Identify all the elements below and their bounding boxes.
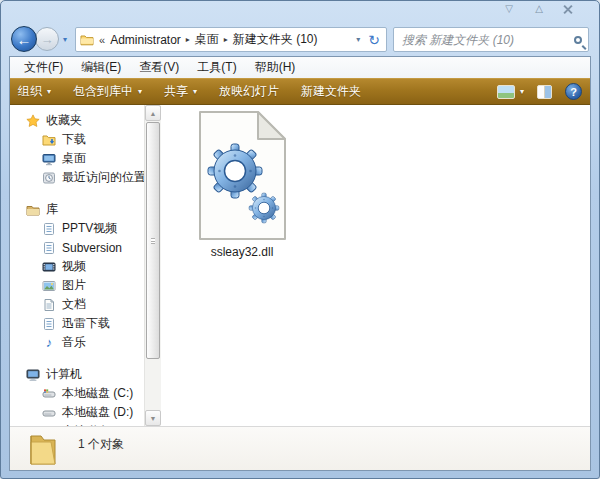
navigation-pane: 收藏夹 下载 桌面 最 xyxy=(10,105,144,426)
sidebar-item-subversion[interactable]: Subversion xyxy=(10,238,144,257)
sidebar-item-pptv-videos[interactable]: PPTV视频 xyxy=(10,219,144,238)
sidebar-item-recent-places[interactable]: 最近访问的位置 xyxy=(10,168,144,187)
documents-icon xyxy=(42,298,56,312)
window-controls: ▽ △ xyxy=(502,3,573,15)
breadcrumb-item-desktop[interactable]: 桌面 xyxy=(195,31,219,48)
forward-button[interactable]: → xyxy=(35,27,59,51)
pictures-icon xyxy=(42,279,56,293)
menu-help[interactable]: 帮助(H) xyxy=(247,57,304,78)
chevron-down-icon: ▾ xyxy=(193,87,197,96)
sidebar-item-pictures[interactable]: 图片 xyxy=(10,276,144,295)
music-note-icon: ♪ xyxy=(42,336,56,350)
library-page-icon xyxy=(42,222,56,236)
breadcrumb-separator-icon[interactable]: ▸ xyxy=(186,35,190,44)
sidebar-item-documents[interactable]: 文档 xyxy=(10,295,144,314)
sidebar-item-downloads[interactable]: 下载 xyxy=(10,130,144,149)
history-dropdown-icon[interactable]: ▾ xyxy=(63,35,67,44)
scrollbar-grip xyxy=(151,238,155,244)
minimize-icon[interactable]: ▽ xyxy=(502,3,516,15)
sidebar-group-libraries[interactable]: 库 xyxy=(10,200,144,219)
back-button[interactable]: ← xyxy=(11,26,37,52)
include-in-library-button[interactable]: 包含到库中 ▾ xyxy=(73,83,142,100)
sidebar-item-disk-d[interactable]: 本地磁盘 (D:) xyxy=(10,403,144,422)
videos-film-icon xyxy=(42,260,56,274)
back-arrow-icon: ← xyxy=(17,31,32,48)
explorer-window: ▽ △ ← → ▾ « Administrator ▸ 桌面 ▸ 新建文件夹 (… xyxy=(0,0,600,479)
sidebar-group-computer[interactable]: 计算机 xyxy=(10,365,144,384)
menu-view[interactable]: 查看(V) xyxy=(131,57,187,78)
title-bar[interactable]: ▽ △ xyxy=(1,1,599,23)
breadcrumb-overflow[interactable]: « xyxy=(99,34,105,46)
dll-gears-icon xyxy=(192,109,292,242)
maximize-icon[interactable]: △ xyxy=(532,3,546,15)
address-dropdown-icon[interactable]: ▾ xyxy=(356,35,360,44)
disk-icon xyxy=(42,406,56,420)
new-folder-button[interactable]: 新建文件夹 xyxy=(301,83,361,100)
chevron-down-icon: ▾ xyxy=(520,87,524,96)
library-page-icon xyxy=(42,241,56,255)
client-area: 文件(F) 编辑(E) 查看(V) 工具(T) 帮助(H) 组织 ▾ 包含到库中… xyxy=(9,56,591,471)
share-button[interactable]: 共享 ▾ xyxy=(164,83,197,100)
chevron-down-icon: ▾ xyxy=(47,87,51,96)
menu-tools[interactable]: 工具(T) xyxy=(189,57,244,78)
address-bar[interactable]: « Administrator ▸ 桌面 ▸ 新建文件夹 (10) ▾ ↻ xyxy=(75,27,387,52)
close-icon[interactable] xyxy=(562,4,573,15)
scrollbar-thumb[interactable] xyxy=(146,122,160,359)
status-folder-icon xyxy=(27,432,59,469)
chevron-down-icon: ▾ xyxy=(138,87,142,96)
sidebar-item-music[interactable]: ♪ 音乐 xyxy=(10,333,144,352)
slideshow-button[interactable]: 放映幻灯片 xyxy=(219,83,279,100)
search-input[interactable] xyxy=(400,32,570,48)
sidebar-item-videos[interactable]: 视频 xyxy=(10,257,144,276)
body-area: 收藏夹 下载 桌面 最 xyxy=(10,105,590,426)
help-button[interactable]: ? xyxy=(565,83,582,100)
sidebar-item-desktop[interactable]: 桌面 xyxy=(10,149,144,168)
library-page-icon xyxy=(42,317,56,331)
search-box xyxy=(393,27,589,52)
file-list-area[interactable]: ssleay32.dll xyxy=(161,105,590,426)
command-toolbar: 组织 ▾ 包含到库中 ▾ 共享 ▾ 放映幻灯片 新建文件夹 ▾ xyxy=(10,78,590,105)
organize-button[interactable]: 组织 ▾ xyxy=(18,83,51,100)
folder-icon xyxy=(80,33,94,47)
breadcrumb-item-current-folder[interactable]: 新建文件夹 (10) xyxy=(233,31,318,48)
sidebar-group-favorites[interactable]: 收藏夹 xyxy=(10,111,144,130)
scroll-up-icon[interactable]: ▲ xyxy=(145,105,161,121)
downloads-folder-icon xyxy=(42,133,56,147)
libraries-icon xyxy=(26,203,40,217)
recent-places-icon xyxy=(42,171,56,185)
search-icon[interactable] xyxy=(574,36,582,44)
views-icon xyxy=(497,85,515,99)
star-icon xyxy=(26,114,40,128)
navigation-row: ← → ▾ « Administrator ▸ 桌面 ▸ 新建文件夹 (10) … xyxy=(9,23,591,56)
forward-arrow-icon: → xyxy=(41,32,54,47)
file-item-ssleay32[interactable]: ssleay32.dll xyxy=(183,109,301,259)
menu-file[interactable]: 文件(F) xyxy=(16,57,71,78)
computer-icon xyxy=(26,368,40,382)
scroll-down-icon[interactable]: ▼ xyxy=(145,410,161,426)
change-view-button[interactable]: ▾ xyxy=(497,85,524,99)
sidebar-item-disk-c[interactable]: 本地磁盘 (C:) xyxy=(10,384,144,403)
help-icon: ? xyxy=(570,86,577,98)
menu-edit[interactable]: 编辑(E) xyxy=(73,57,129,78)
menu-bar: 文件(F) 编辑(E) 查看(V) 工具(T) 帮助(H) xyxy=(10,57,590,78)
breadcrumb-item-administrator[interactable]: Administrator xyxy=(110,33,181,47)
sidebar-scrollbar[interactable]: ▲ ▼ xyxy=(144,105,161,426)
breadcrumb-separator-icon[interactable]: ▸ xyxy=(224,35,228,44)
desktop-icon xyxy=(42,152,56,166)
file-name-label: ssleay32.dll xyxy=(211,245,274,259)
disk-c-icon xyxy=(42,387,56,401)
refresh-icon[interactable]: ↻ xyxy=(368,33,380,47)
sidebar-item-thunder-downloads[interactable]: 迅雷下载 xyxy=(10,314,144,333)
preview-pane-button[interactable] xyxy=(537,85,552,99)
item-count-label: 1 个对象 xyxy=(78,436,124,453)
status-bar: 1 个对象 xyxy=(10,426,590,470)
